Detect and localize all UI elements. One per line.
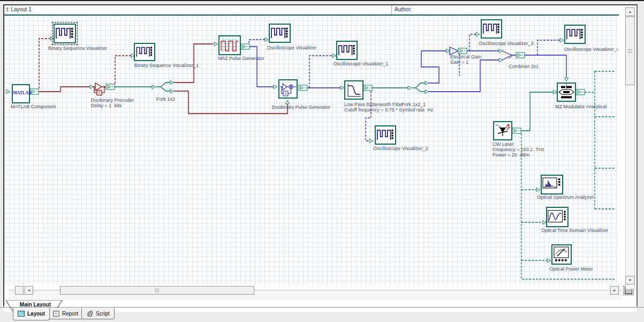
label-gain: Electrical Gain	[450, 54, 481, 59]
nrz-pulse-icon	[219, 36, 240, 54]
wire-cwlaser-to-mzm	[521, 92, 554, 131]
vertical-scroll-thumb[interactable]	[625, 17, 635, 85]
horizontal-scroll-thumb[interactable]	[60, 286, 254, 295]
power-meter-icon	[552, 245, 571, 264]
tab-layout[interactable]: Layout	[13, 308, 50, 320]
app-top-edge	[0, 0, 644, 1]
scroll-up-button[interactable]: ▲	[625, 8, 635, 16]
component-optical-spectrum-analyzer[interactable]	[541, 175, 563, 194]
label-gain-param: Gain = 1	[450, 59, 468, 65]
binary-sequence-icon	[55, 25, 75, 42]
fork-1x2-1-icon[interactable]	[412, 83, 425, 92]
scroll-left-button[interactable]: ◄	[25, 286, 33, 295]
label-dpg: Duobinary Pulse Generator	[272, 104, 330, 110]
wire-matlab-to-precoder	[39, 87, 90, 92]
layout-titlebar[interactable]: t: Layout 1 Author:	[4, 5, 619, 16]
label-ov1: Oscilloscope Visualizer_1	[334, 61, 388, 66]
component-duobinary-pulse-generator[interactable]: T	[278, 79, 298, 99]
duobinary-pulse-icon: T	[279, 80, 297, 98]
tab-report-label: Report	[62, 311, 78, 317]
up-arrow-icon: ▲	[628, 10, 632, 13]
component-oscilloscope-visualizer-1[interactable]	[336, 41, 358, 60]
label-matlab: MATLAB Component	[11, 104, 56, 109]
label-fork1: Fork 1x2_1	[401, 102, 426, 107]
tab-script[interactable]: Script	[81, 308, 115, 319]
label-nrz: NRZ Pulse Generator	[218, 56, 264, 61]
label-ov4: Oscilloscope Visualizer_4	[564, 47, 618, 52]
low-pass-filter-icon	[345, 81, 362, 99]
tabbar-top-line	[0, 307, 644, 308]
layout-window: t: Layout 1 Author:	[3, 4, 638, 306]
component-binary-sequence-visualizer[interactable]	[54, 24, 76, 43]
label-bsv1: Binary Sequence Visualizer_1	[134, 63, 199, 68]
label-combiner: Combiner 2x1	[509, 64, 539, 69]
mz-modulator-icon	[558, 84, 575, 101]
nrz-output-port	[241, 44, 249, 49]
script-tab-icon	[86, 310, 93, 317]
component-oscilloscope-visualizer-4[interactable]	[564, 25, 586, 44]
report-tab-icon	[53, 311, 59, 317]
label-bsv: Binary Sequence Visualizer	[48, 46, 107, 51]
fork-1x2-icon[interactable]	[156, 83, 170, 91]
scroll-spacer-box[interactable]	[15, 286, 24, 295]
tab-layout-label: Layout	[27, 311, 45, 317]
component-mz-modulator[interactable]	[557, 83, 576, 102]
component-binary-sequence-visualizer-1[interactable]	[134, 43, 155, 61]
tab-script-label: Script	[96, 311, 110, 317]
spectrum-analyzer-icon	[542, 176, 562, 193]
wire-precoder-to-bsv1	[115, 56, 131, 84]
thumb-grip-icon	[155, 288, 159, 293]
component-nrz-pulse-generator[interactable]	[218, 35, 241, 55]
optisystem-app: t: Layout 1 Author:	[0, 0, 644, 322]
titlebar-divider	[391, 5, 392, 14]
label-lpf-param: Cutoff frequency = 0.75 * Symbol rate Hz	[344, 107, 433, 113]
component-cw-laser[interactable]	[493, 121, 512, 140]
time-domain-icon	[547, 208, 567, 226]
wire-lpf-to-ov2	[366, 91, 371, 141]
mzm-output-port	[576, 89, 585, 95]
component-low-pass-butterworth-filter[interactable]	[344, 80, 363, 100]
output-ports[interactable]	[30, 44, 585, 133]
binary-sequence-icon	[135, 44, 154, 60]
dpg-output-port	[299, 85, 307, 91]
label-ov3: Oscilloscope Visualizer_3	[479, 41, 533, 46]
label-cwlaser-power: Power = 20 dBm	[493, 152, 529, 158]
gain-output-port	[458, 48, 467, 54]
component-oscilloscope-visualizer[interactable]	[269, 24, 291, 43]
label-precoder-param: Delay = 1 bits	[91, 103, 122, 108]
electrical-gain-icon[interactable]	[450, 47, 458, 55]
combiner-2x1-icon[interactable]	[502, 51, 516, 60]
scroll-right-button[interactable]: ►	[610, 286, 619, 295]
oscilloscope-icon	[337, 42, 357, 59]
label-lpf: Low Pass Butterworth Filter	[344, 102, 403, 107]
label-opm: Optical Power Meter	[549, 266, 593, 272]
label-ov: Oscilloscope Visualizer	[267, 45, 316, 50]
label-cwlaser-frequency: Frequency = 193.1 THz	[493, 147, 544, 152]
svg-text:T: T	[285, 92, 287, 96]
wire-mzm-output-bus	[585, 71, 616, 209]
scroll-down-button[interactable]: ▼	[625, 276, 635, 284]
duobinary-precoder-icon[interactable]: T	[93, 83, 106, 95]
component-optical-time-domain-visualizer[interactable]	[546, 207, 569, 227]
component-oscilloscope-visualizer-2[interactable]	[375, 125, 396, 145]
cw-laser-icon	[494, 122, 511, 139]
down-arrow-icon: ▼	[628, 279, 632, 282]
wire-dpg-to-ov1	[309, 56, 332, 88]
left-arrow-icon: ◄	[27, 289, 31, 292]
combiner-output-port	[516, 53, 525, 58]
wire-nrz-to-ov	[249, 40, 265, 47]
component-matlab[interactable]: MATLAB	[12, 84, 30, 103]
component-oscilloscope-visualizer-3[interactable]	[481, 19, 502, 39]
input-ports[interactable]	[6, 33, 569, 263]
label-ov2: Oscilloscope Visualizer_2	[373, 146, 428, 151]
layout-canvas[interactable]: T	[4, 16, 618, 285]
layout-title: t: Layout 1	[6, 6, 32, 12]
precoder-output-port	[106, 84, 115, 89]
wire-fork1-to-gain	[421, 51, 446, 83]
schematic-world: T	[4, 16, 618, 285]
oscilloscope-icon	[482, 20, 501, 38]
wire-nrz-to-dpg	[249, 47, 274, 87]
tab-report[interactable]: Report	[48, 308, 83, 319]
oscilloscope-icon	[376, 126, 395, 144]
component-optical-power-meter[interactable]	[551, 244, 572, 265]
